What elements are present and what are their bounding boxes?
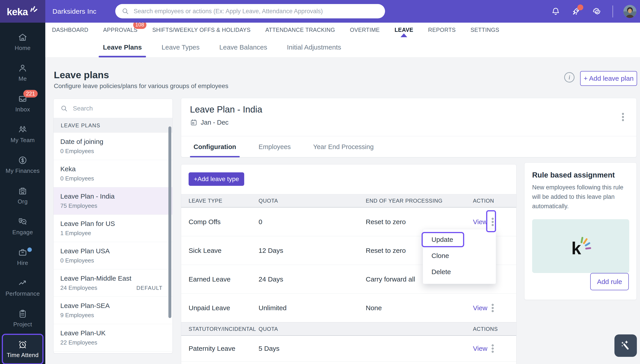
plans-list-header: LEAVE PLANS [54, 118, 173, 133]
org-icon [18, 186, 28, 196]
nav-tab-label: REPORTS [428, 27, 456, 33]
assistant-fab[interactable] [614, 334, 637, 357]
plan-list-item-leave-plan-for-us[interactable]: Leave Plan for US1 Employee [54, 215, 173, 242]
menu-item-delete[interactable]: Delete [423, 264, 496, 280]
plan-name: Date of joining [60, 138, 166, 146]
whats-new-button[interactable] [571, 6, 581, 16]
eoy-cell: None [366, 304, 473, 312]
plan-list-item-leave-plan-usa[interactable]: Leave Plan USA0 Employees [54, 242, 173, 270]
sidebar-item-hire[interactable]: Hire [0, 242, 45, 272]
plan-list-item-leave-plan-uk[interactable]: Leave Plan-UK22 Employees [54, 324, 173, 352]
engage-icon [18, 217, 28, 226]
info-icon[interactable]: i [564, 72, 574, 82]
plan-name: Leave Plan for US [60, 220, 166, 228]
table-header-row: LEAVE TYPEQUOTAEND OF YEAR PROCESSINGACT… [181, 194, 516, 208]
keka-logo[interactable]: keka [0, 0, 45, 23]
tab-dashboard[interactable]: DASHBOARD [52, 27, 88, 33]
global-search[interactable] [115, 4, 385, 18]
sidebar-item-time-attend[interactable]: Time Attend [2, 334, 44, 364]
tab-reports[interactable]: REPORTS [428, 27, 456, 33]
plans-scrollbar[interactable] [168, 126, 171, 318]
nav-tab-label: OVERTIME [350, 27, 380, 33]
sidebar-item-label: Engage [12, 229, 33, 236]
menu-item-update[interactable]: Update [423, 232, 496, 248]
plan-tab-employees[interactable]: Employees [255, 136, 294, 157]
leave-type-cell: Comp Offs [189, 218, 259, 226]
menu-item-label: Update [431, 236, 453, 244]
view-link[interactable]: View [473, 304, 487, 312]
search-icon [60, 105, 68, 112]
menu-item-clone[interactable]: Clone [423, 248, 496, 264]
add-rule-button[interactable]: Add rule [590, 273, 629, 290]
plan-tab-configuration[interactable]: Configuration [190, 136, 240, 157]
sidebar-nav: HomeMe221InboxMy TeamMy FinancesOrgEngag… [0, 23, 45, 364]
sidebar-item-my-finances[interactable]: My Finances [0, 150, 45, 180]
hire-notification-dot [27, 248, 32, 252]
sidebar-item-project[interactable]: Project [0, 303, 45, 334]
tab-attendance-tracking[interactable]: ATTENDANCE TRACKING [265, 27, 335, 33]
tab-overtime[interactable]: OVERTIME [350, 27, 380, 33]
subtab-leave-plans[interactable]: Leave Plans [99, 37, 146, 58]
alarm-icon [18, 340, 28, 350]
plan-employee-count: 1 Employee [60, 230, 166, 237]
tab-shifts-weekly-offs-holidays[interactable]: SHIFTS/WEEKLY OFFS & HOLIDAYS [152, 27, 251, 33]
subtab-leave-balances[interactable]: Leave Balances [215, 37, 272, 58]
default-badge: DEFAULT [136, 285, 163, 291]
sidebar-item-me[interactable]: Me [0, 58, 45, 88]
leave-type-cell: Unpaid Leave [189, 304, 259, 312]
add-leave-type-button[interactable]: +Add leave type [189, 172, 244, 186]
plan-tab-label: Employees [259, 143, 291, 150]
leave-type-cell: Paternity Leave [189, 345, 259, 352]
plan-list-item-leave-plan-middle-east[interactable]: Leave Plan-Middle East24 EmployeesDEFAUL… [54, 270, 173, 297]
table-row-paternity-leave: Paternity Leave5 DaysView [181, 336, 516, 362]
row-kebab-button[interactable] [491, 303, 494, 313]
plan-name: Keka [60, 165, 166, 173]
rule-assignment-panel: Rule based assignment New employees foll… [524, 162, 637, 300]
view-link[interactable]: View [473, 345, 487, 352]
view-link[interactable]: View [473, 218, 487, 226]
notifications-button[interactable] [550, 6, 561, 16]
plan-list-item-leave-plan-india[interactable]: Leave Plan - India75 Employees [54, 188, 173, 215]
sidebar-item-label: Hire [17, 260, 28, 266]
plans-search-input[interactable] [73, 105, 166, 112]
sidebar-item-home[interactable]: Home [0, 27, 45, 58]
tab-settings[interactable]: SETTINGS [470, 27, 499, 33]
sidebar-item-my-team[interactable]: My Team [0, 119, 45, 150]
user-avatar[interactable] [623, 5, 636, 18]
row-kebab-button[interactable] [491, 217, 494, 227]
plan-list-item-leave-plan-sea[interactable]: Leave Plan-SEA9 Employees [54, 297, 173, 324]
plan-period: Jan - Dec [190, 118, 636, 126]
subtab-initial-adjustments[interactable]: Initial Adjustments [283, 37, 346, 58]
plan-tab-year-end-processing[interactable]: Year End Processing [310, 136, 377, 157]
sidebar-item-performance[interactable]: Performance [0, 272, 45, 303]
home-icon [18, 32, 28, 42]
plan-employee-count: 9 Employees [60, 312, 166, 319]
plan-detail-tabs: ConfigurationEmployeesYear End Processin… [181, 136, 636, 157]
sidebar-item-engage[interactable]: Engage [0, 211, 45, 242]
tab-approvals[interactable]: APPROVALS108 [103, 27, 138, 33]
subtab-leave-types[interactable]: Leave Types [157, 37, 204, 58]
plan-list-item-date-of-joining[interactable]: Date of joining0 Employees [54, 133, 173, 160]
add-leave-plan-button[interactable]: + Add leave plan [580, 71, 637, 86]
inbox-badge: 221 [23, 90, 38, 98]
plans-list: Date of joining0 EmployeesKeka0 Employee… [54, 133, 173, 352]
quota-cell: 0 [259, 218, 366, 226]
nav-tab-label: SETTINGS [470, 27, 499, 33]
plan-employee-count: 75 Employees [60, 202, 166, 209]
nav-tab-label: LEAVE [394, 27, 413, 33]
plan-name: Leave Plan USA [60, 247, 166, 255]
col-leave-type: LEAVE TYPE [189, 198, 259, 204]
sidebar-item-org[interactable]: Org [0, 180, 45, 211]
plans-search[interactable] [54, 99, 173, 118]
leave-type-cell: Earned Leave [189, 276, 259, 283]
tab-leave[interactable]: LEAVE [394, 27, 413, 33]
row-kebab-button[interactable] [491, 344, 494, 354]
plan-menu-button[interactable] [621, 112, 625, 122]
global-search-input[interactable] [133, 8, 383, 15]
sidebar-item-inbox[interactable]: 221Inbox [0, 88, 45, 119]
plan-list-item-keka[interactable]: Keka0 Employees [54, 160, 173, 188]
settings-button[interactable] [592, 6, 602, 16]
action-cell: View [473, 344, 509, 354]
bell-icon [551, 7, 560, 16]
col-quota: QUOTA [259, 198, 366, 204]
